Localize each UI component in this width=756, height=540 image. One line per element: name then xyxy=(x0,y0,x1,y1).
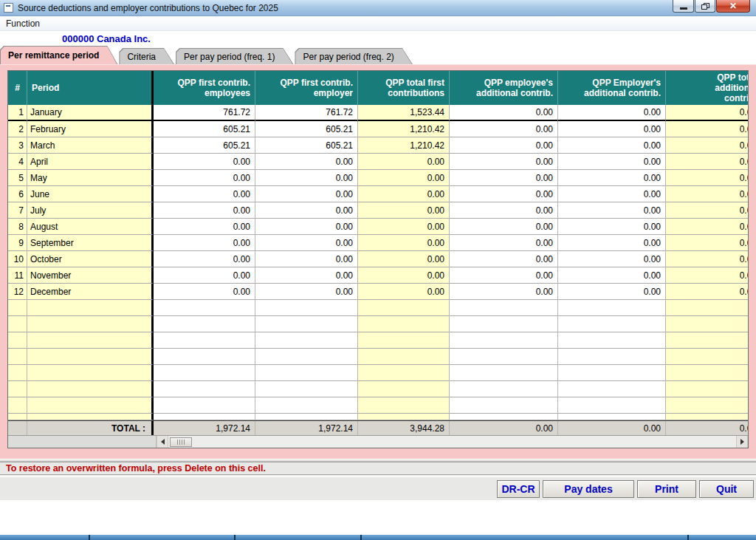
grid-cell[interactable]: 0.00 xyxy=(154,186,255,202)
grid-cell[interactable]: 0.00 xyxy=(154,202,255,219)
grid-cell[interactable]: 0.00 xyxy=(450,251,558,267)
pay-dates-button[interactable]: Pay dates xyxy=(543,480,634,498)
quit-button[interactable]: Quit xyxy=(699,480,754,498)
grid-cell[interactable]: 0.00 xyxy=(358,267,450,284)
grid-cell[interactable]: 605.21 xyxy=(255,121,358,137)
grid-cell[interactable]: 0.00 xyxy=(358,170,450,186)
grid-cell[interactable]: 0.00 xyxy=(558,251,666,267)
grid-cell[interactable]: 0.00 xyxy=(450,170,558,186)
grid-cell[interactable] xyxy=(666,300,748,316)
grid-cell[interactable]: 0.00 xyxy=(450,202,558,219)
grid-cell[interactable]: 0.00 xyxy=(358,284,450,300)
grid-cell[interactable]: 0.00 xyxy=(666,235,748,251)
h-scrollbar[interactable] xyxy=(157,436,748,448)
grid-cell[interactable]: 0.00 xyxy=(558,154,666,170)
grid-cell[interactable] xyxy=(558,397,666,414)
grid-cell[interactable]: 0.00 xyxy=(558,170,666,186)
grid-cell[interactable] xyxy=(450,332,558,349)
grid-cell[interactable] xyxy=(666,397,748,414)
grid-cell[interactable]: 0.00 xyxy=(450,235,558,251)
grid-cell[interactable] xyxy=(358,316,450,332)
grid-cell[interactable] xyxy=(154,332,255,349)
grid-cell[interactable] xyxy=(358,332,450,349)
grid-cell[interactable]: 0.00 xyxy=(558,284,666,300)
grid-cell[interactable]: 0.00 xyxy=(666,219,748,235)
grid-cell[interactable] xyxy=(255,414,358,420)
grid-cell[interactable]: 0.00 xyxy=(358,186,450,202)
grid-cell[interactable]: 605.21 xyxy=(154,121,255,137)
scroll-thumb[interactable] xyxy=(170,437,192,447)
grid-cell[interactable] xyxy=(154,397,255,414)
grid-cell[interactable] xyxy=(358,349,450,365)
grid-cell[interactable]: 0.00 xyxy=(450,154,558,170)
grid-cell[interactable]: 0.00 xyxy=(666,186,748,202)
grid-cell[interactable] xyxy=(255,332,358,349)
print-button[interactable]: Print xyxy=(637,480,696,498)
tab-per-pay-period-freq-1[interactable]: Per pay period (freq. 1) xyxy=(176,48,293,64)
grid-cell[interactable]: 0.00 xyxy=(255,219,358,235)
grid-cell[interactable]: 0.00 xyxy=(558,105,666,121)
grid-cell[interactable]: 0.00 xyxy=(666,284,748,300)
grid-cell[interactable] xyxy=(255,397,358,414)
dr-cr-button[interactable]: DR-CR xyxy=(497,480,540,498)
grid-cell[interactable] xyxy=(558,414,666,420)
grid-cell[interactable]: 0.00 xyxy=(666,121,748,137)
grid-cell[interactable]: 0.00 xyxy=(358,251,450,267)
grid-cell[interactable]: 0.00 xyxy=(558,137,666,154)
grid-cell[interactable]: 0.00 xyxy=(154,235,255,251)
grid-cell[interactable]: 0.00 xyxy=(154,267,255,284)
grid-cell[interactable]: 0.00 xyxy=(358,235,450,251)
grid-cell[interactable] xyxy=(450,365,558,381)
grid-cell[interactable] xyxy=(255,365,358,381)
grid-cell[interactable]: 0.00 xyxy=(666,105,748,121)
grid-cell[interactable]: 0.00 xyxy=(154,251,255,267)
grid-cell[interactable] xyxy=(450,397,558,414)
close-button[interactable]: ✕ xyxy=(716,0,750,13)
grid-cell[interactable]: 0.00 xyxy=(666,137,748,154)
grid-cell[interactable] xyxy=(255,300,358,316)
grid-cell[interactable]: 0.00 xyxy=(450,219,558,235)
grid-cell[interactable]: 0.00 xyxy=(666,251,748,267)
grid-cell[interactable] xyxy=(255,316,358,332)
grid-cell[interactable]: 0.00 xyxy=(666,154,748,170)
minimize-button[interactable] xyxy=(673,0,694,13)
grid-cell[interactable]: 0.00 xyxy=(450,121,558,137)
grid-cell[interactable] xyxy=(255,381,358,397)
grid-cell[interactable]: 0.00 xyxy=(255,267,358,284)
grid-cell[interactable] xyxy=(154,381,255,397)
grid-cell[interactable]: 0.00 xyxy=(666,202,748,219)
grid-cell[interactable] xyxy=(558,332,666,349)
grid-cell[interactable]: 0.00 xyxy=(358,219,450,235)
tab-criteria[interactable]: Criteria xyxy=(119,48,174,64)
grid-cell[interactable]: 605.21 xyxy=(255,137,358,154)
grid-cell[interactable] xyxy=(358,381,450,397)
grid-cell[interactable] xyxy=(154,316,255,332)
grid-cell[interactable]: 761.72 xyxy=(255,105,358,121)
grid-cell[interactable] xyxy=(450,381,558,397)
grid-cell[interactable] xyxy=(450,414,558,420)
grid-cell[interactable] xyxy=(666,349,748,365)
grid-cell[interactable]: 605.21 xyxy=(154,137,255,154)
grid-cell[interactable] xyxy=(558,316,666,332)
grid-cell[interactable] xyxy=(154,300,255,316)
grid-cell[interactable]: 0.00 xyxy=(255,235,358,251)
grid-cell[interactable]: 0.00 xyxy=(558,121,666,137)
grid-cell[interactable]: 0.00 xyxy=(558,267,666,284)
grid-cell[interactable]: 0.00 xyxy=(358,202,450,219)
grid-cell[interactable]: 0.00 xyxy=(255,251,358,267)
grid-cell[interactable] xyxy=(558,365,666,381)
tab-per-remittance-period[interactable]: Per remittance period xyxy=(0,46,117,64)
grid-cell[interactable] xyxy=(255,349,358,365)
grid-cell[interactable]: 0.00 xyxy=(255,202,358,219)
grid-cell[interactable] xyxy=(558,300,666,316)
grid-cell[interactable]: 0.00 xyxy=(558,202,666,219)
grid-cell[interactable] xyxy=(358,300,450,316)
grid-cell[interactable] xyxy=(358,397,450,414)
grid-cell[interactable] xyxy=(666,365,748,381)
grid-cell[interactable]: 0.00 xyxy=(558,186,666,202)
grid-cell[interactable]: 761.72 xyxy=(154,105,255,121)
grid-cell[interactable]: 0.00 xyxy=(255,170,358,186)
grid-cell[interactable] xyxy=(558,381,666,397)
grid-cell[interactable]: 0.00 xyxy=(666,267,748,284)
grid-cell[interactable]: 0.00 xyxy=(666,170,748,186)
